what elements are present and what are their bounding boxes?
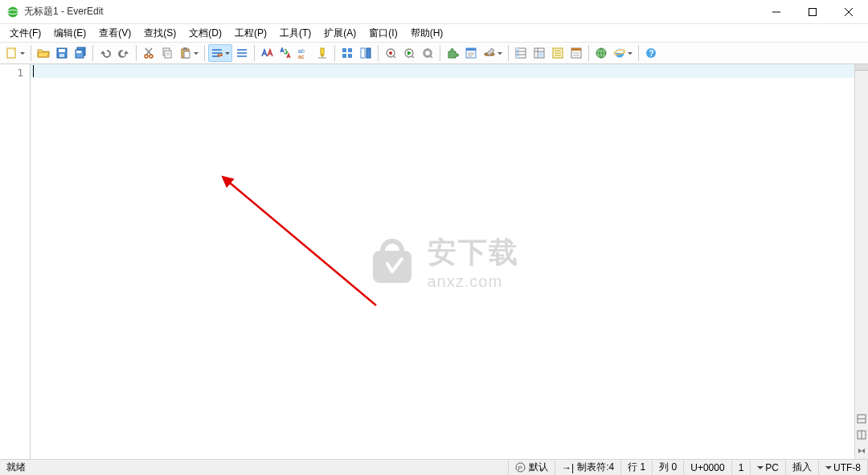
outline-button[interactable] <box>530 44 548 62</box>
ie-button[interactable] <box>611 44 635 62</box>
svg-rect-3 <box>809 8 816 15</box>
svg-text:ac: ac <box>298 54 305 59</box>
svg-rect-24 <box>184 51 190 58</box>
svg-rect-10 <box>59 54 64 57</box>
scrollbar-vertical[interactable] <box>855 71 868 411</box>
macro-record-button[interactable] <box>382 44 399 62</box>
status-count[interactable]: 1 <box>732 460 751 475</box>
save-all-button[interactable] <box>72 44 89 62</box>
maximize-button[interactable] <box>794 0 830 23</box>
line-number: 1 <box>0 66 23 80</box>
menu-window[interactable]: 窗口(I) <box>362 25 403 42</box>
mark-button[interactable] <box>313 44 331 62</box>
svg-point-14 <box>145 55 148 58</box>
right-rail <box>854 64 868 459</box>
watermark-cn: 安下载 <box>428 233 519 272</box>
save-button[interactable] <box>53 44 71 62</box>
svg-line-74 <box>227 181 376 305</box>
menu-help[interactable]: 帮助(H) <box>404 25 450 42</box>
paste-button[interactable] <box>177 44 201 62</box>
tools-button[interactable] <box>481 44 505 62</box>
separator <box>92 45 93 61</box>
word-wrap-button[interactable] <box>208 44 232 62</box>
svg-rect-38 <box>348 54 352 58</box>
menu-project[interactable]: 工程(P) <box>228 25 273 42</box>
macro-stop-button[interactable] <box>419 44 436 62</box>
menu-file[interactable]: 文件(F) <box>3 25 47 42</box>
svg-point-0 <box>8 6 18 17</box>
status-tab[interactable]: →|制表符:4 <box>555 460 621 475</box>
redo-button[interactable] <box>115 44 133 62</box>
status-insert[interactable]: 插入 <box>786 460 819 475</box>
status-ready: 就绪 <box>0 460 509 475</box>
svg-rect-36 <box>348 48 352 52</box>
svg-text:ab: ab <box>298 48 305 54</box>
macro-play-button[interactable] <box>400 44 418 62</box>
browser-button[interactable] <box>592 44 610 62</box>
menu-view[interactable]: 查看(V) <box>92 25 137 42</box>
editor-area: 1 安下载 anxz.com <box>0 64 868 459</box>
line-gutter: 1 <box>0 64 31 459</box>
svg-line-16 <box>146 48 152 55</box>
copy-button[interactable] <box>158 44 176 62</box>
split-horizontal-icon[interactable] <box>855 412 868 425</box>
highlight-button[interactable]: abac <box>295 44 313 62</box>
open-file-button[interactable] <box>35 44 52 62</box>
status-lineend[interactable]: PC <box>751 460 786 475</box>
split-button[interactable] <box>357 44 375 62</box>
col-select-button[interactable] <box>512 44 530 62</box>
status-col[interactable]: 列 0 <box>653 460 684 475</box>
svg-rect-13 <box>76 51 81 53</box>
minimize-button[interactable] <box>758 0 794 23</box>
status-row[interactable]: 行 1 <box>621 460 653 475</box>
close-button[interactable] <box>830 0 866 23</box>
svg-line-17 <box>145 48 151 55</box>
status-default[interactable]: P默认 <box>509 460 555 475</box>
menu-document[interactable]: 文档(D) <box>182 25 228 42</box>
find-button[interactable] <box>258 44 276 62</box>
status-unicode[interactable]: U+0000 <box>684 460 731 475</box>
collapse-icon[interactable] <box>855 444 868 457</box>
menu-addons[interactable]: 扩展(A) <box>317 25 362 42</box>
svg-rect-33 <box>321 48 324 55</box>
app-icon <box>6 6 19 18</box>
replace-button[interactable] <box>276 44 294 62</box>
svg-point-45 <box>425 51 431 56</box>
svg-rect-47 <box>466 48 476 51</box>
menu-tools[interactable]: 工具(T) <box>273 25 317 42</box>
doc-map-button[interactable] <box>462 44 480 62</box>
separator <box>254 45 255 61</box>
char-map-button[interactable] <box>549 44 567 62</box>
hex-button[interactable] <box>567 44 585 62</box>
separator <box>31 45 31 61</box>
menubar: 文件(F) 编辑(E) 查看(V) 查找(S) 文档(D) 工程(P) 工具(T… <box>0 24 868 42</box>
svg-rect-9 <box>59 49 65 52</box>
help-button[interactable]: ? <box>642 44 660 62</box>
titlebar: 无标题1 - EverEdit <box>0 0 868 24</box>
bookmark-button[interactable] <box>338 44 356 62</box>
new-file-button[interactable] <box>3 44 27 62</box>
watermark: 安下载 anxz.com <box>366 233 519 291</box>
svg-rect-73 <box>373 251 411 283</box>
text-editor[interactable]: 安下载 anxz.com <box>31 64 854 459</box>
split-vertical-icon[interactable] <box>855 428 868 441</box>
menu-search[interactable]: 查找(S) <box>137 25 182 42</box>
watermark-en: anxz.com <box>428 272 519 291</box>
show-symbol-button[interactable] <box>233 44 251 62</box>
svg-text:P: P <box>518 465 522 472</box>
undo-button[interactable] <box>96 44 114 62</box>
svg-rect-53 <box>516 48 519 58</box>
current-line-highlight <box>31 64 854 78</box>
separator <box>588 45 589 61</box>
menu-edit[interactable]: 编辑(E) <box>47 25 92 42</box>
separator <box>638 45 639 61</box>
annotation-arrow <box>215 169 392 330</box>
status-encoding[interactable]: UTF-8 <box>819 460 868 475</box>
plugin-button[interactable] <box>444 44 461 62</box>
cut-button[interactable] <box>140 44 158 62</box>
separator <box>204 45 205 61</box>
svg-rect-7 <box>8 49 13 57</box>
svg-rect-37 <box>342 54 346 58</box>
separator <box>378 45 379 61</box>
tab-handle[interactable] <box>855 64 868 71</box>
